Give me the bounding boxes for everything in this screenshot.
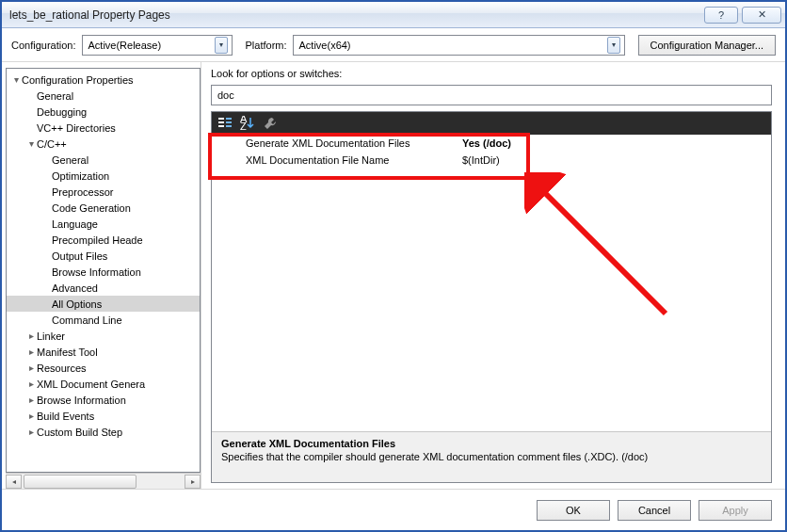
chevron-right-icon: ▸ bbox=[25, 363, 37, 373]
tree-item[interactable]: Command Line bbox=[7, 312, 200, 328]
chevron-right-icon: ▸ bbox=[25, 347, 37, 357]
tree-label: Command Line bbox=[52, 314, 122, 326]
tree-label: Preprocessor bbox=[52, 186, 113, 198]
grid-toolbar: AZ bbox=[212, 112, 771, 135]
look-label: Look for options or switches: bbox=[211, 68, 772, 79]
tree-item[interactable]: Code Generation bbox=[7, 200, 200, 216]
chevron-down-icon: ▾ bbox=[607, 37, 620, 54]
tree-label: Optimization bbox=[52, 170, 109, 182]
tree-hscroll[interactable]: ◂ ▸ bbox=[6, 473, 201, 489]
property-grid: AZ Generate XML Documentation FilesYes (… bbox=[211, 111, 772, 483]
config-manager-button[interactable]: Configuration Manager... bbox=[638, 35, 776, 56]
categorize-icon[interactable] bbox=[217, 116, 233, 131]
desc-title: Generate XML Documentation Files bbox=[221, 438, 762, 449]
tree-box: ▾Configuration PropertiesGeneralDebuggin… bbox=[6, 68, 201, 473]
tree-label: Code Generation bbox=[52, 202, 131, 214]
chevron-right-icon: ▸ bbox=[25, 395, 37, 405]
tree-item[interactable]: ▸Resources bbox=[7, 360, 200, 376]
description-pane: Generate XML Documentation Files Specifi… bbox=[212, 431, 771, 482]
close-button[interactable]: ✕ bbox=[742, 7, 781, 24]
help-button[interactable]: ? bbox=[704, 7, 738, 24]
chevron-down-icon: ▾ bbox=[25, 138, 37, 149]
svg-text:Z: Z bbox=[240, 121, 247, 131]
chevron-right-icon: ▸ bbox=[25, 411, 37, 421]
tree-cpp[interactable]: ▾C/C++ bbox=[7, 136, 200, 152]
property-key: Generate XML Documentation Files bbox=[246, 137, 462, 149]
tree-label: XML Document Genera bbox=[37, 379, 145, 390]
tree-label: General bbox=[52, 154, 88, 166]
titlebar: lets_be_rational Property Pages ? ✕ bbox=[2, 2, 785, 28]
configuration-label: Configuration: bbox=[11, 40, 76, 51]
tree-item[interactable]: VC++ Directories bbox=[7, 120, 200, 136]
chevron-right-icon: ▸ bbox=[25, 330, 37, 341]
tree-item[interactable]: ▸Build Events bbox=[7, 408, 200, 424]
tree-panel: ▾Configuration PropertiesGeneralDebuggin… bbox=[2, 62, 201, 489]
tree-item[interactable]: ▸Manifest Tool bbox=[7, 344, 200, 360]
chevron-right-icon: ▸ bbox=[25, 427, 37, 437]
tree-item[interactable]: General bbox=[7, 88, 200, 104]
sort-az-icon[interactable]: AZ bbox=[240, 116, 255, 131]
tree-label: Configuration Properties bbox=[22, 74, 134, 86]
svg-rect-1 bbox=[218, 121, 224, 123]
tree-item[interactable]: All Options bbox=[7, 296, 200, 312]
window-title: lets_be_rational Property Pages bbox=[9, 8, 704, 22]
tree-label: All Options bbox=[52, 298, 102, 310]
tree-item[interactable]: General bbox=[7, 152, 200, 168]
tree-label: Custom Build Step bbox=[37, 427, 122, 438]
tree-item[interactable]: ▸XML Document Genera bbox=[7, 376, 200, 392]
property-value: $(IntDir) bbox=[462, 154, 500, 166]
configuration-combo[interactable]: Active(Release) ▾ bbox=[82, 35, 233, 56]
tree-item[interactable]: Precompiled Heade bbox=[7, 232, 200, 248]
tree-label: Linker bbox=[37, 330, 65, 342]
tree-label: Language bbox=[52, 218, 98, 230]
tree-item[interactable]: ▸Linker bbox=[7, 328, 200, 344]
tree-label: Manifest Tool bbox=[37, 347, 98, 358]
tree-label: Build Events bbox=[37, 411, 94, 422]
tree-item[interactable]: Optimization bbox=[7, 168, 200, 184]
chevron-down-icon: ▾ bbox=[10, 74, 22, 85]
chevron-right-icon: ▸ bbox=[25, 379, 37, 389]
tree-item[interactable]: Preprocessor bbox=[7, 184, 200, 200]
tree-label: Advanced bbox=[52, 282, 98, 294]
question-icon: ? bbox=[718, 9, 724, 21]
tree-label: Precompiled Heade bbox=[52, 234, 143, 246]
ok-button[interactable]: OK bbox=[537, 500, 610, 521]
scroll-right-icon[interactable]: ▸ bbox=[185, 475, 201, 489]
search-input[interactable]: doc bbox=[211, 85, 772, 105]
cancel-button[interactable]: Cancel bbox=[618, 500, 691, 521]
scroll-left-icon[interactable]: ◂ bbox=[6, 475, 22, 489]
tree-root[interactable]: ▾Configuration Properties bbox=[7, 72, 200, 88]
tree-item[interactable]: ▸Browse Information bbox=[7, 392, 200, 408]
property-row[interactable]: Generate XML Documentation FilesYes (/do… bbox=[212, 135, 771, 152]
property-list[interactable]: Generate XML Documentation FilesYes (/do… bbox=[212, 135, 771, 431]
svg-rect-4 bbox=[226, 121, 232, 123]
tree-item[interactable]: Advanced bbox=[7, 280, 200, 296]
svg-rect-3 bbox=[226, 118, 232, 120]
window-buttons: ? ✕ bbox=[704, 7, 781, 24]
tree-label: Output Files bbox=[52, 250, 107, 262]
property-value: Yes (/doc) bbox=[462, 137, 511, 149]
footer: OK Cancel Apply bbox=[2, 489, 785, 530]
tree-item[interactable]: Debugging bbox=[7, 104, 200, 120]
tree-item[interactable]: Language bbox=[7, 216, 200, 232]
tree-label: Browse Information bbox=[52, 266, 141, 278]
tree-item[interactable]: ▸Custom Build Step bbox=[7, 424, 200, 440]
property-row[interactable]: XML Documentation File Name$(IntDir) bbox=[212, 152, 771, 169]
wrench-icon[interactable] bbox=[263, 116, 278, 131]
tree-label: Resources bbox=[37, 363, 87, 374]
svg-rect-5 bbox=[226, 125, 232, 127]
platform-label: Platform: bbox=[246, 40, 287, 51]
tree-item[interactable]: Browse Information bbox=[7, 264, 200, 280]
configuration-value: Active(Release) bbox=[88, 40, 162, 51]
tree-item[interactable]: Output Files bbox=[7, 248, 200, 264]
tree-label: C/C++ bbox=[37, 138, 67, 150]
tree-label: Browse Information bbox=[37, 395, 126, 406]
scroll-thumb[interactable] bbox=[24, 475, 137, 489]
desc-text: Specifies that the compiler should gener… bbox=[221, 451, 762, 462]
close-icon: ✕ bbox=[758, 8, 766, 21]
property-key: XML Documentation File Name bbox=[246, 154, 462, 166]
apply-button[interactable]: Apply bbox=[699, 500, 772, 521]
svg-rect-0 bbox=[218, 118, 224, 120]
platform-combo[interactable]: Active(x64) ▾ bbox=[293, 35, 625, 56]
chevron-down-icon: ▾ bbox=[215, 37, 228, 54]
